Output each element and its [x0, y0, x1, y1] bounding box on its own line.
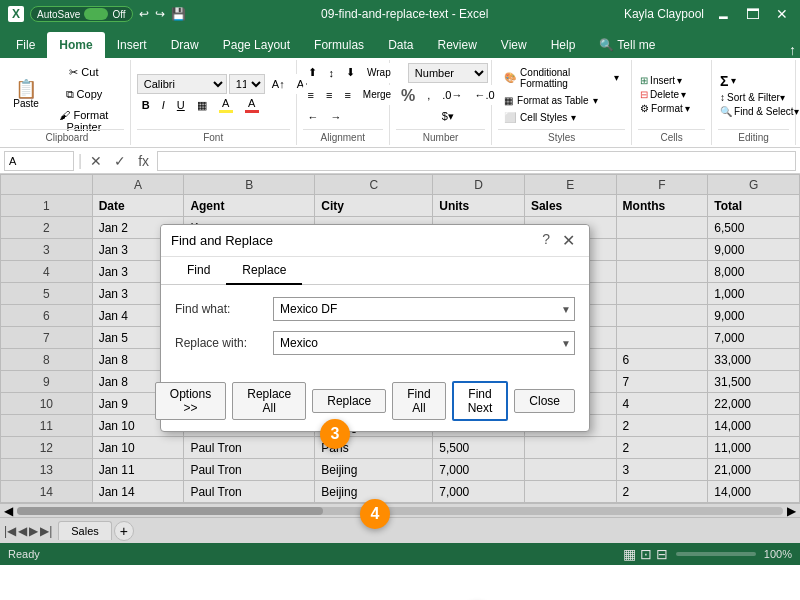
fill-color-bar: [219, 110, 233, 113]
number-format-select[interactable]: Number: [408, 63, 488, 83]
tab-review[interactable]: Review: [425, 32, 488, 58]
title-bar: X AutoSave Off ↩ ↪ 💾 09-find-and-replace…: [0, 0, 800, 28]
find-next-btn[interactable]: Find Next: [452, 381, 509, 421]
indent-less-btn[interactable]: ←: [303, 107, 324, 127]
close-dialog-btn[interactable]: Close: [514, 389, 575, 413]
title-bar-right: Kayla Claypool 🗕 🗖 ✕: [624, 6, 792, 22]
italic-btn[interactable]: I: [157, 95, 170, 115]
clipboard-label: Clipboard: [10, 129, 124, 143]
tab-data[interactable]: Data: [376, 32, 425, 58]
options-btn[interactable]: Options >>: [155, 382, 226, 420]
dialog-tab-replace[interactable]: Replace: [226, 257, 302, 285]
cells-buttons: ⊞ Insert ▾ ⊟ Delete ▾ ⚙ Format ▾: [638, 74, 692, 115]
insert-icon: ⊞: [640, 75, 648, 86]
autosave-badge[interactable]: AutoSave Off: [30, 6, 133, 22]
font-group: Calibri 11 A↑ A↓ B I U ▦ A: [131, 60, 297, 145]
number-label: Number: [396, 129, 485, 143]
insert-cells-btn[interactable]: ⊞ Insert ▾: [638, 74, 692, 87]
maximize-btn[interactable]: 🗖: [742, 6, 764, 22]
cells-label: Cells: [638, 129, 705, 143]
increase-font-btn[interactable]: A↑: [267, 74, 290, 94]
format-cells-btn[interactable]: ⚙ Format ▾: [638, 102, 692, 115]
name-box[interactable]: [4, 151, 74, 171]
underline-btn[interactable]: U: [172, 95, 190, 115]
find-replace-dialog: Find and Replace ? ✕ Find Replace Find w…: [160, 224, 590, 432]
align-middle-btn[interactable]: ↕: [324, 63, 340, 83]
find-all-btn[interactable]: Find All: [392, 382, 445, 420]
clipboard-content: 📋 Paste ✂ Cut ⧉ Copy 🖌 Format Painter: [10, 62, 124, 127]
confirm-formula-btn[interactable]: ✓: [110, 153, 130, 169]
replace-input[interactable]: [273, 331, 575, 355]
share-icon[interactable]: ↑: [789, 42, 796, 58]
alignment-content: ⬆ ↕ ⬇ Wrap ≡ ≡ ≡ Merge ← →: [303, 62, 383, 127]
find-select-btn[interactable]: 🔍 Find & Select▾: [718, 105, 800, 118]
align-left-btn[interactable]: ≡: [303, 85, 319, 105]
font-color-btn[interactable]: A: [240, 95, 264, 115]
copy-button[interactable]: ⧉ Copy: [44, 85, 124, 105]
align-center-btn[interactable]: ≡: [321, 85, 337, 105]
insert-function-btn[interactable]: fx: [134, 153, 153, 169]
replace-btn[interactable]: Replace: [312, 389, 386, 413]
find-input[interactable]: [273, 297, 575, 321]
indent-more-btn[interactable]: →: [326, 107, 347, 127]
bold-btn[interactable]: B: [137, 95, 155, 115]
dialog-tab-find[interactable]: Find: [171, 257, 226, 285]
tab-home[interactable]: Home: [47, 32, 104, 58]
conditional-icon: 🎨: [504, 72, 516, 83]
align-right-btn[interactable]: ≡: [339, 85, 355, 105]
save-icon[interactable]: 💾: [171, 7, 186, 21]
paste-icon: 📋: [15, 80, 37, 98]
close-btn[interactable]: ✕: [772, 6, 792, 22]
tab-tell-me[interactable]: 🔍 Tell me: [587, 32, 667, 58]
minimize-btn[interactable]: 🗕: [712, 6, 734, 22]
cell-styles-btn[interactable]: ⬜ Cell Styles ▾: [498, 110, 625, 125]
cancel-formula-btn[interactable]: ✕: [86, 153, 106, 169]
font-label: Font: [137, 129, 290, 143]
formula-input[interactable]: [157, 151, 796, 171]
styles-content: 🎨 Conditional Formatting ▾ ▦ Format as T…: [498, 62, 625, 127]
styles-buttons: 🎨 Conditional Formatting ▾ ▦ Format as T…: [498, 65, 625, 125]
delete-cells-btn[interactable]: ⊟ Delete ▾: [638, 88, 692, 101]
tab-insert[interactable]: Insert: [105, 32, 159, 58]
tab-view[interactable]: View: [489, 32, 539, 58]
replace-label: Replace with:: [175, 336, 265, 350]
font-controls: Calibri 11 A↑ A↓ B I U ▦ A: [137, 74, 315, 115]
decrease-decimal-btn[interactable]: .0→: [437, 85, 467, 105]
percent-btn[interactable]: %: [396, 85, 420, 105]
dollar-btn[interactable]: $▾: [437, 107, 459, 127]
format-painter-button[interactable]: 🖌 Format Painter: [44, 107, 124, 127]
format-as-table-btn[interactable]: ▦ Format as Table ▾: [498, 93, 625, 108]
undo-icon[interactable]: ↩: [139, 7, 149, 21]
align-top-btn[interactable]: ⬆: [303, 63, 322, 83]
fill-color-btn[interactable]: A: [214, 95, 238, 115]
replace-all-btn[interactable]: Replace All: [232, 382, 306, 420]
redo-icon[interactable]: ↪: [155, 7, 165, 21]
sort-filter-btn[interactable]: ↕ Sort & Filter▾: [718, 91, 800, 104]
paste-button[interactable]: 📋 Paste: [10, 68, 42, 122]
comma-btn[interactable]: ,: [422, 85, 435, 105]
autosave-toggle[interactable]: [84, 8, 108, 20]
font-name-select[interactable]: Calibri: [137, 74, 227, 94]
format-table-label: Format as Table: [517, 95, 589, 106]
sum-btn[interactable]: Σ▾: [718, 72, 800, 90]
user-name: Kayla Claypool: [624, 7, 704, 21]
callout-4: 4: [360, 499, 390, 529]
tab-help[interactable]: Help: [539, 32, 588, 58]
format-icon: ⚙: [640, 103, 649, 114]
font-size-select[interactable]: 11: [229, 74, 265, 94]
tab-formulas[interactable]: Formulas: [302, 32, 376, 58]
find-label: Find what:: [175, 302, 265, 316]
cut-button[interactable]: ✂ Cut: [44, 63, 124, 83]
cells-content: ⊞ Insert ▾ ⊟ Delete ▾ ⚙ Format ▾: [638, 62, 705, 127]
tab-file[interactable]: File: [4, 32, 47, 58]
tab-draw[interactable]: Draw: [159, 32, 211, 58]
conditional-formatting-btn[interactable]: 🎨 Conditional Formatting ▾: [498, 65, 625, 91]
dialog-close-btn[interactable]: ✕: [558, 231, 579, 250]
find-input-wrapper: ▼: [273, 297, 575, 321]
sum-icon: Σ: [720, 73, 728, 89]
dialog-help-btn[interactable]: ?: [542, 231, 550, 250]
align-bottom-btn[interactable]: ⬇: [341, 63, 360, 83]
border-btn[interactable]: ▦: [192, 95, 212, 115]
tab-page-layout[interactable]: Page Layout: [211, 32, 302, 58]
number-content: Number % , .0→ ←.0 $▾: [396, 62, 485, 127]
